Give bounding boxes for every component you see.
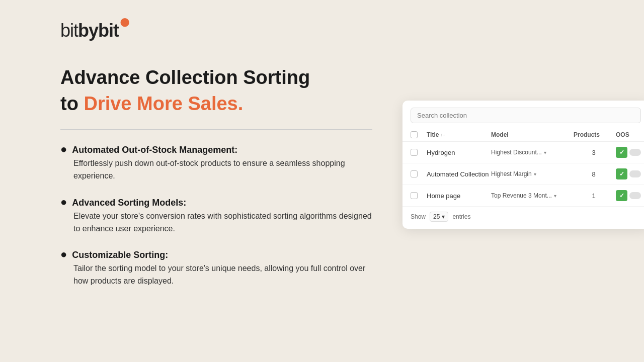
row1-checkbox[interactable]: [411, 149, 418, 156]
row1-title: Hydrogen: [427, 149, 489, 156]
header-checkbox[interactable]: [411, 131, 418, 138]
col-header-oos: OOS: [616, 131, 641, 138]
row1-checkbox-cell: [411, 149, 425, 156]
feature-title-row-1: ● Automated Out-of-Stock Management:: [60, 144, 372, 155]
logo-bit2: bit: [98, 20, 119, 41]
row2-products: 8: [574, 170, 614, 178]
headline-orange: Drive More Sales.: [84, 93, 243, 114]
headline-plain: to: [60, 93, 84, 114]
row1-model[interactable]: Highest Discount... ▾: [491, 149, 572, 156]
row3-oos: ✓: [616, 190, 641, 201]
show-select[interactable]: 25 ▾: [430, 212, 448, 222]
logo: bitbybit●: [60, 20, 130, 41]
row2-model-text: Highest Margin: [491, 170, 532, 177]
sort-arrow-title: ↑↓: [440, 132, 445, 137]
row3-dropdown-icon: ▾: [554, 193, 556, 199]
col-header-model: Model: [491, 131, 572, 138]
table-row: Automated Collection Highest Margin ▾ 8 …: [403, 163, 644, 185]
row1-oos-badge[interactable]: ✓: [616, 147, 627, 158]
row2-oos-badge[interactable]: ✓: [616, 168, 627, 179]
page-container: bitbybit● Advance Collection Sorting to …: [0, 0, 644, 362]
row3-checkbox[interactable]: [411, 192, 418, 199]
row3-checkbox-cell: [411, 192, 425, 199]
headline-line1: Advance Collection Sorting: [60, 66, 372, 89]
row3-oos-toggle[interactable]: [629, 192, 641, 199]
row3-products: 1: [574, 192, 614, 200]
row3-oos-badge[interactable]: ✓: [616, 190, 627, 201]
logo-area: bitbybit●: [60, 20, 372, 41]
features-list: ● Automated Out-of-Stock Management: Eff…: [60, 144, 372, 288]
row3-model[interactable]: Top Revenue 3 Mont... ▾: [491, 192, 572, 199]
table-card: Title ↑↓ Model Products OOS Hydrogen: [403, 101, 644, 229]
row2-oos-toggle[interactable]: [629, 170, 641, 177]
feature-item-3: ● Customizable Sorting: Tailor the sorti…: [60, 249, 372, 288]
entries-label: entries: [452, 213, 470, 220]
logo-by: by: [78, 20, 98, 41]
row2-checkbox-cell: [411, 170, 425, 177]
feature-item-2: ● Advanced Sorting Models: Elevate your …: [60, 197, 372, 235]
logo-dot: ●: [119, 10, 130, 32]
search-input[interactable]: [411, 108, 641, 123]
row3-model-text: Top Revenue 3 Mont...: [491, 192, 552, 199]
feature-desc-3: Tailor the sorting model to your store's…: [60, 262, 372, 288]
row2-model[interactable]: Highest Margin ▾: [491, 170, 572, 177]
feature-title-2: Advanced Sorting Models:: [72, 198, 186, 208]
feature-item-1: ● Automated Out-of-Stock Management: Eff…: [60, 144, 372, 183]
section-divider: [60, 129, 372, 130]
row1-products: 3: [574, 149, 614, 156]
row1-oos-toggle[interactable]: [629, 149, 641, 156]
bullet-1: ●: [60, 144, 67, 155]
table-header: Title ↑↓ Model Products OOS: [403, 128, 644, 142]
col-header-title: Title ↑↓: [427, 131, 489, 138]
table-row: Home page Top Revenue 3 Mont... ▾ 1 ✓: [403, 185, 644, 207]
row1-dropdown-icon: ▾: [544, 150, 546, 155]
feature-title-3: Customizable Sorting:: [72, 250, 168, 260]
show-label: Show: [411, 213, 426, 220]
headline: Advance Collection Sorting to Drive More…: [60, 66, 372, 118]
bullet-2: ●: [60, 197, 67, 208]
feature-desc-1: Effortlessly push down out-of-stock prod…: [60, 157, 372, 183]
left-panel: bitbybit● Advance Collection Sorting to …: [60, 20, 372, 288]
bullet-3: ●: [60, 249, 67, 260]
row1-model-text: Highest Discount...: [491, 149, 542, 156]
feature-desc-2: Elevate your store's conversion rates wi…: [60, 210, 372, 235]
search-bar: [403, 101, 644, 128]
show-value: 25: [433, 213, 440, 220]
show-dropdown-icon: ▾: [442, 213, 445, 220]
header-checkbox-cell: [411, 131, 425, 138]
row1-oos: ✓: [616, 147, 641, 158]
logo-bit1: bit: [60, 20, 78, 41]
row2-title: Automated Collection: [427, 170, 489, 178]
col-header-products: Products: [574, 131, 614, 138]
feature-title-1: Automated Out-of-Stock Management:: [72, 145, 237, 155]
row2-oos: ✓: [616, 168, 641, 179]
row2-dropdown-icon: ▾: [534, 171, 536, 177]
table-row: Hydrogen Highest Discount... ▾ 3 ✓: [403, 142, 644, 163]
table-footer: Show 25 ▾ entries: [403, 207, 644, 222]
feature-title-row-2: ● Advanced Sorting Models:: [60, 197, 372, 208]
row3-title: Home page: [427, 192, 489, 200]
feature-title-row-3: ● Customizable Sorting:: [60, 249, 372, 260]
headline-line2: to Drive More Sales.: [60, 93, 372, 116]
right-panel: Title ↑↓ Model Products OOS Hydrogen: [403, 20, 644, 229]
row2-checkbox[interactable]: [411, 170, 418, 177]
